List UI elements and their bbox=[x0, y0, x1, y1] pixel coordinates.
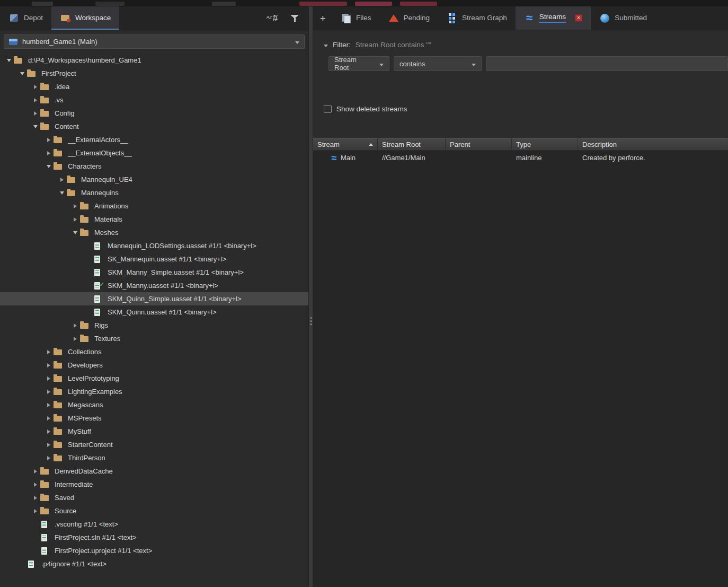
tree-folder-row[interactable]: Materials bbox=[0, 213, 308, 226]
tab-stream-graph[interactable]: Stream Graph bbox=[438, 6, 516, 30]
folder-icon bbox=[40, 110, 52, 117]
tree-folder-row[interactable]: Meshes bbox=[0, 226, 308, 239]
tab-pending[interactable]: Pending bbox=[380, 6, 439, 30]
tree-folder-row[interactable]: FirstProject bbox=[0, 67, 308, 80]
expander-closed-icon[interactable] bbox=[44, 390, 54, 394]
expander-closed-icon[interactable] bbox=[31, 98, 40, 102]
tree-file-row[interactable]: SKM_Quinn.uasset #1/1 <binary+l> bbox=[0, 305, 308, 319]
tab-streams[interactable]: Streams bbox=[516, 6, 591, 30]
column-header-stream[interactable]: Stream bbox=[313, 138, 378, 150]
tree-folder-row[interactable]: Mannequin_UE4 bbox=[0, 173, 308, 186]
expander-closed-icon[interactable] bbox=[31, 509, 40, 513]
pane-splitter[interactable] bbox=[308, 6, 313, 587]
tree-folder-row[interactable]: Mannequins bbox=[0, 186, 308, 199]
tab-submitted[interactable]: Submitted bbox=[591, 6, 655, 30]
workspace-panel: DepotWorkspace humberd_Game1 (Main) d:\P… bbox=[0, 6, 308, 587]
sort-icon[interactable] bbox=[269, 13, 280, 23]
tree-folder-row[interactable]: Megascans bbox=[0, 398, 308, 411]
expander-closed-icon[interactable] bbox=[70, 323, 80, 328]
expander-closed-icon[interactable] bbox=[31, 483, 40, 487]
expander-open-icon[interactable] bbox=[31, 125, 40, 128]
filter-icon[interactable] bbox=[289, 13, 300, 23]
expander-closed-icon[interactable] bbox=[31, 85, 40, 89]
expander-closed-icon[interactable] bbox=[31, 496, 40, 500]
folder-icon bbox=[80, 216, 92, 223]
tree-folder-row[interactable]: Intermediate bbox=[0, 478, 308, 491]
streams-table-body: Main//Game1/MainmainlineCreated by perfo… bbox=[313, 151, 728, 165]
close-tab-icon[interactable] bbox=[575, 14, 582, 22]
tree-file-row[interactable]: SKM_Manny.uasset #1/1 <binary+l> bbox=[0, 279, 308, 292]
expander-closed-icon[interactable] bbox=[31, 469, 40, 474]
tree-item-label: Rigs bbox=[94, 321, 108, 329]
expander-closed-icon[interactable] bbox=[44, 416, 54, 420]
tree-folder-row[interactable]: .vs bbox=[0, 93, 308, 107]
tree-folder-row[interactable]: LevelPrototyping bbox=[0, 372, 308, 385]
expander-open-icon[interactable] bbox=[44, 165, 54, 168]
tree-folder-row[interactable]: Rigs bbox=[0, 319, 308, 332]
tree-file-row[interactable]: FirstProject.uproject #1/1 <text> bbox=[0, 544, 308, 557]
workspace-selector[interactable]: humberd_Game1 (Main) bbox=[4, 34, 305, 49]
tree-folder-row[interactable]: __ExternalActors__ bbox=[0, 133, 308, 146]
tree-folder-row[interactable]: __ExternalObjects__ bbox=[0, 146, 308, 160]
stream-row[interactable]: Main//Game1/MainmainlineCreated by perfo… bbox=[313, 151, 728, 165]
expander-closed-icon[interactable] bbox=[57, 178, 67, 182]
tree-folder-row[interactable]: Developers bbox=[0, 358, 308, 372]
tree-folder-row[interactable]: Textures bbox=[0, 332, 308, 345]
expander-closed-icon[interactable] bbox=[44, 376, 54, 381]
expander-closed-icon[interactable] bbox=[70, 337, 80, 341]
show-deleted-checkbox[interactable] bbox=[324, 105, 332, 113]
tree-folder-row[interactable]: DerivedDataCache bbox=[0, 465, 308, 478]
tree-folder-row[interactable]: Saved bbox=[0, 491, 308, 504]
expander-open-icon[interactable] bbox=[70, 231, 80, 234]
tree-file-row[interactable]: SKM_Quinn_Simple.uasset #1/1 <binary+l> bbox=[0, 292, 308, 305]
tab-depot[interactable]: Depot bbox=[0, 6, 51, 30]
column-header-description[interactable]: Description bbox=[578, 138, 728, 150]
expander-open-icon[interactable] bbox=[4, 59, 14, 62]
filter-collapse-icon[interactable] bbox=[324, 41, 328, 49]
expander-closed-icon[interactable] bbox=[44, 350, 54, 354]
tree-folder-row[interactable]: MSPresets bbox=[0, 411, 308, 425]
expander-open-icon[interactable] bbox=[57, 191, 67, 195]
tree-folder-row[interactable]: .idea bbox=[0, 80, 308, 93]
tree-folder-row[interactable]: LightingExamples bbox=[0, 385, 308, 398]
tree-file-row[interactable]: SKM_Manny_Simple.uasset #1/1 <binary+l> bbox=[0, 266, 308, 279]
expander-closed-icon[interactable] bbox=[44, 430, 54, 434]
filter-operator-dropdown[interactable]: contains bbox=[394, 56, 482, 71]
expander-closed-icon[interactable] bbox=[70, 217, 80, 222]
expander-closed-icon[interactable] bbox=[44, 151, 54, 155]
tree-folder-row[interactable]: ThirdPerson bbox=[0, 451, 308, 465]
expander-closed-icon[interactable] bbox=[70, 204, 80, 208]
tab-workspace[interactable]: Workspace bbox=[51, 6, 119, 30]
tree-file-row[interactable]: SK_Mannequin.uasset #1/1 <binary+l> bbox=[0, 252, 308, 266]
tree-folder-row[interactable]: Characters bbox=[0, 160, 308, 173]
tree-folder-row[interactable]: Collections bbox=[0, 345, 308, 358]
tree-folder-row[interactable]: Content bbox=[0, 120, 308, 133]
column-header-stream-root[interactable]: Stream Root bbox=[378, 138, 446, 150]
tree-item-label: SKM_Quinn.uasset #1/1 <binary+l> bbox=[108, 308, 217, 316]
tree-file-row[interactable]: .vsconfig #1/1 <text> bbox=[0, 518, 308, 531]
filter-field-dropdown[interactable]: Stream Root bbox=[329, 56, 389, 71]
expander-closed-icon[interactable] bbox=[44, 403, 54, 407]
column-header-type[interactable]: Type bbox=[512, 138, 578, 150]
add-tab-button[interactable] bbox=[313, 6, 332, 30]
filter-value-input[interactable] bbox=[486, 56, 728, 71]
tree-folder-row[interactable]: Config bbox=[0, 107, 308, 120]
tree-file-row[interactable]: Mannequin_LODSettings.uasset #1/1 <binar… bbox=[0, 239, 308, 252]
tree-folder-row[interactable]: MyStuff bbox=[0, 425, 308, 438]
tree-folder-row[interactable]: d:\P4_Workspaces\humberd_Game1 bbox=[0, 54, 308, 67]
tree-folder-row[interactable]: Source bbox=[0, 504, 308, 518]
expander-closed-icon[interactable] bbox=[44, 138, 54, 142]
tree-file-row[interactable]: .p4ignore #1/1 <text> bbox=[0, 557, 308, 571]
expander-closed-icon[interactable] bbox=[31, 111, 40, 116]
expander-open-icon[interactable] bbox=[17, 72, 27, 75]
tree-file-row[interactable]: FirstProject.sln #1/1 <text> bbox=[0, 531, 308, 544]
tab-files[interactable]: Files bbox=[332, 6, 380, 30]
tree-folder-row[interactable]: StarterContent bbox=[0, 438, 308, 451]
tree-item-label: .p4ignore #1/1 <text> bbox=[41, 560, 106, 568]
tree-folder-row[interactable]: Animations bbox=[0, 199, 308, 213]
column-header-parent[interactable]: Parent bbox=[446, 138, 512, 150]
expander-closed-icon[interactable] bbox=[44, 456, 54, 460]
tree-item-label: .vs bbox=[55, 96, 64, 104]
expander-closed-icon[interactable] bbox=[44, 363, 54, 367]
expander-closed-icon[interactable] bbox=[44, 443, 54, 447]
